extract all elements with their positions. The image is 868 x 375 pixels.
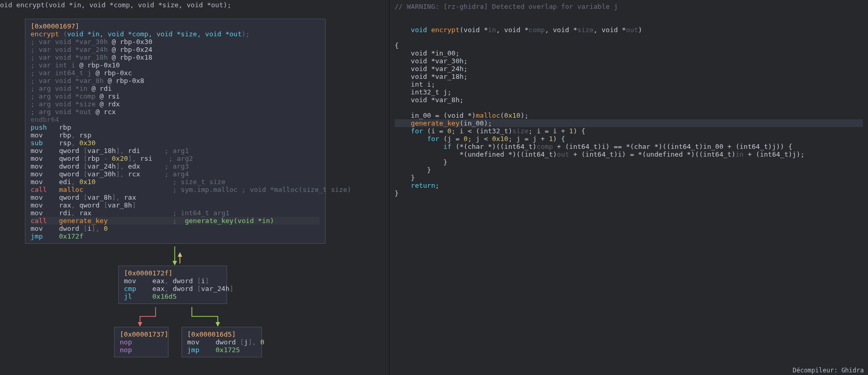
body-line: *(undefined *)((int64_t)out + (int64_t)i… bbox=[395, 150, 863, 158]
graph-block-1737[interactable]: [0x00001737]nopnop bbox=[114, 327, 169, 357]
graph-block-16d5[interactable]: [0x000016d5]mov dword [j], 0jmp 0x1725 bbox=[181, 327, 262, 357]
warning-comment: // WARNING: [rz-ghidra] Detected overlap… bbox=[395, 3, 863, 10]
body-line: return; bbox=[395, 182, 863, 189]
body-line: } bbox=[395, 174, 863, 182]
body-line: generate_key(in_00); bbox=[395, 119, 863, 127]
decl-line: int i; bbox=[395, 80, 863, 88]
decomp-declarations: void *in_00; void *var_30h; void *var_24… bbox=[395, 49, 863, 104]
decl-line: void *var_8h; bbox=[395, 96, 863, 104]
body-line: } bbox=[395, 166, 863, 174]
decomp-body: in_00 = (void *)malloc(0x10); generate_k… bbox=[395, 112, 863, 189]
decl-line: int32_t j; bbox=[395, 88, 863, 96]
decl-line: void *in_00; bbox=[395, 49, 863, 57]
decl-line: void *var_18h; bbox=[395, 73, 863, 80]
body-line: for (i = 0; i < (int32_t)size; i = i + 1… bbox=[395, 127, 863, 135]
decompiler-panel[interactable]: // WARNING: [rz-ghidra] Detected overlap… bbox=[389, 0, 868, 375]
body-line: if (*(char *)((int64_t)comp + (int64_t)i… bbox=[395, 143, 863, 150]
graph-block-172f[interactable]: [0x0000172f]mov eax, dword [i]cmp eax, d… bbox=[118, 266, 227, 304]
graph-block-main[interactable]: [0x00001697]encrypt (void *in, void *com… bbox=[25, 19, 326, 244]
graph-panel[interactable]: oid encrypt(void *in, void *comp, void *… bbox=[0, 0, 389, 375]
body-line: } bbox=[395, 158, 863, 166]
body-line: in_00 = (void *)malloc(0x10); bbox=[395, 112, 863, 119]
decl-line: void *var_30h; bbox=[395, 57, 863, 65]
function-signature-bar: oid encrypt(void *in, void *comp, void *… bbox=[0, 0, 389, 10]
decompiler-footer-label: Décompileur: Ghidra bbox=[793, 367, 864, 374]
decl-line: void *var_24h; bbox=[395, 65, 863, 73]
brace-close: } bbox=[395, 189, 863, 197]
body-line: for (j = 0; j < 0x10; j = j + 1) { bbox=[395, 135, 863, 143]
decomp-signature: void encrypt(void *in, void *comp, void … bbox=[395, 18, 863, 41]
brace-open: { bbox=[395, 41, 863, 49]
